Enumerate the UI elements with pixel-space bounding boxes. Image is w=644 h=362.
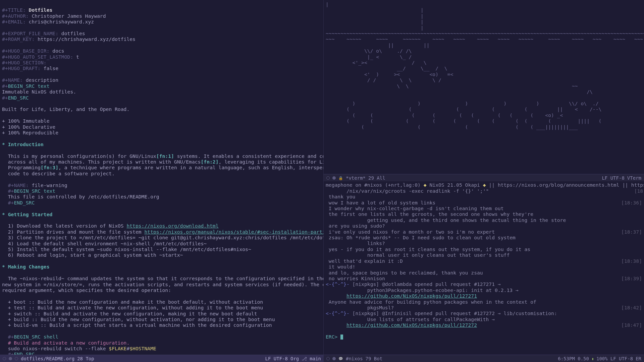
modeline-irc: #nixos 79 Bot 6:53PM 0.50 100% LF UTF-8 … xyxy=(324,355,644,362)
heading-making-changes[interactable]: * Making Changes xyxy=(2,264,49,269)
state-hollow xyxy=(326,357,330,360)
irc-lines: thank you wow I have a lot of old system… xyxy=(326,194,566,328)
battery-icon xyxy=(592,355,594,362)
branch-icon xyxy=(302,355,307,362)
buffer-name: #nixos xyxy=(346,355,363,362)
modified-indicator xyxy=(326,176,330,180)
chat-icon xyxy=(338,355,343,362)
lock-icon xyxy=(338,174,343,182)
doc-title: Dotfiles xyxy=(29,7,53,13)
link-partition[interactable]: https://nixos.org/manual/nixos/stable/#s… xyxy=(144,229,324,235)
state-hollow xyxy=(3,357,6,360)
irc-prompt: ERC> xyxy=(326,334,340,340)
org-editor-pane[interactable]: #+TITLE: Dotfiles #+AUTHOR: Christopher … xyxy=(0,0,324,355)
heading-getting-started[interactable]: * Getting Started xyxy=(2,212,52,217)
buffer-name: dotfiles/README.org xyxy=(21,355,74,362)
irc-pane[interactable]: megaphone on #nixos (+nrt,lag:0) ◆ NixOS… xyxy=(324,175,644,362)
state-dot xyxy=(9,357,12,360)
vterm-pane[interactable]: | | | | | ~~~~~~~~~~~~~~~~~~~~~~~~~~~~~~… xyxy=(324,0,644,175)
modeline-vterm: *vterm* 29 All LF UTF-8 VTerm xyxy=(324,174,644,181)
state-dot xyxy=(332,357,336,360)
buffer-name: *vterm* xyxy=(346,174,366,182)
clock: 6:53PM 0.50 xyxy=(558,355,589,362)
link-download[interactable]: https://nixos.org/download.html xyxy=(126,223,218,229)
state-hollow2 xyxy=(15,357,18,360)
state-dot xyxy=(332,176,336,180)
heading-introduction[interactable]: * Introduction xyxy=(2,141,44,147)
cursor-block[interactable] xyxy=(340,335,343,340)
modeline-editor: dotfiles/README.org 28 Top LF UTF-8 Org … xyxy=(0,355,324,362)
